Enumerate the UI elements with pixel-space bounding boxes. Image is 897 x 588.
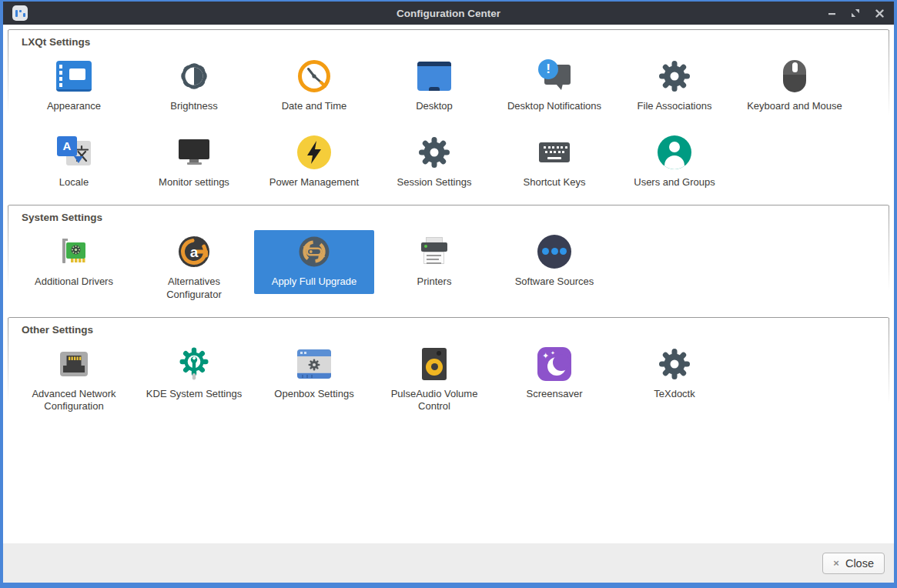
section-lxqt-settings: LXQt Settings Appearance (8, 29, 889, 204)
item-session-settings[interactable]: Session Settings (374, 131, 494, 195)
item-power-management[interactable]: Power Management (254, 131, 374, 195)
item-texdoctk[interactable]: TeXdoctk (614, 342, 735, 406)
pci-card-icon (55, 233, 92, 270)
item-desktop-notifications[interactable]: ! Desktop Notifications (494, 55, 614, 119)
item-users-and-groups[interactable]: Users and Groups (614, 131, 735, 195)
alternatives-icon: a (176, 233, 213, 270)
translate-icon: A (55, 134, 92, 171)
gear-wrench-icon (176, 346, 213, 383)
item-screensaver[interactable]: ✦ ✦ Screensaver (494, 342, 614, 406)
item-pulseaudio-volume-control[interactable]: PulseAudio Volume Control (374, 342, 494, 419)
item-label: PulseAudio Volume Control (384, 388, 484, 414)
item-label: Shortcut Keys (524, 176, 586, 189)
item-grid: Appearance Brightness (14, 55, 883, 195)
item-software-sources[interactable]: Software Sources (494, 230, 614, 294)
upgrade-arrows-icon (296, 233, 333, 270)
item-label: Monitor settings (159, 176, 229, 189)
item-printers[interactable]: Printers (374, 230, 494, 294)
item-openbox-settings[interactable]: Openbox Settings (254, 342, 374, 406)
gear-icon (656, 58, 693, 95)
notification-bubble-icon: ! (536, 58, 573, 95)
configuration-center-window: Configuration Center LXQt Settings (0, 0, 897, 588)
item-label: Additional Drivers (35, 276, 113, 289)
printer-icon (416, 233, 453, 270)
ethernet-port-icon (55, 346, 92, 383)
mouse-icon (776, 58, 813, 95)
item-additional-drivers[interactable]: Additional Drivers (14, 230, 134, 294)
restore-icon (851, 8, 860, 18)
item-label: Brightness (170, 100, 217, 113)
desktop-icon (416, 58, 453, 95)
item-label: Power Management (269, 176, 359, 189)
clock-icon (296, 58, 333, 95)
item-label: Screensaver (527, 388, 583, 401)
footer-bar: × Close (3, 543, 894, 583)
software-sources-icon (536, 233, 573, 270)
section-title: System Settings (22, 212, 883, 223)
item-desktop[interactable]: Desktop (374, 55, 494, 119)
item-label: Apply Full Upgrade (272, 276, 357, 289)
svg-text:a: a (190, 243, 199, 259)
item-keyboard-and-mouse[interactable]: Keyboard and Mouse (735, 55, 855, 119)
lxqt-config-icon (12, 5, 28, 21)
minimize-button[interactable] (826, 8, 837, 18)
item-label: Openbox Settings (274, 388, 353, 401)
item-label: TeXdoctk (654, 388, 695, 401)
item-date-and-time[interactable]: Date and Time (254, 55, 374, 119)
restore-button[interactable] (850, 8, 861, 18)
moon-sparkles-icon: ✦ ✦ (536, 346, 573, 383)
content-area: LXQt Settings Appearance (3, 25, 894, 543)
item-label: Alternatives Configurator (144, 276, 244, 302)
minimize-icon (828, 9, 836, 18)
gear-icon (656, 346, 693, 383)
item-monitor-settings[interactable]: Monitor settings (134, 131, 254, 195)
lightning-bolt-icon (296, 134, 333, 171)
speaker-icon (416, 346, 453, 383)
section-other-settings: Other Settings (8, 317, 889, 543)
gear-icon (416, 134, 453, 171)
item-kde-system-settings[interactable]: KDE System Settings (134, 342, 254, 406)
window-title: Configuration Center (3, 8, 894, 19)
item-label: Date and Time (282, 100, 347, 113)
item-label: Printers (417, 276, 452, 289)
item-file-associations[interactable]: File Associations (614, 55, 735, 119)
window-controls (826, 8, 885, 18)
item-shortcut-keys[interactable]: Shortcut Keys (494, 131, 614, 195)
window-gear-icon (296, 346, 333, 383)
section-title: Other Settings (22, 324, 883, 336)
item-label: Software Sources (515, 276, 594, 289)
section-title: LXQt Settings (22, 36, 883, 48)
item-label: Appearance (47, 100, 101, 113)
close-button-label: Close (845, 557, 874, 570)
section-system-settings: System Settings (8, 205, 889, 316)
item-label: Desktop Notifications (507, 100, 601, 113)
item-alternatives-configurator[interactable]: a Alternatives Configurator (134, 230, 254, 307)
close-icon (875, 9, 884, 18)
item-label: Desktop (416, 100, 453, 113)
item-label: File Associations (638, 100, 712, 113)
titlebar: Configuration Center (3, 2, 894, 25)
close-x-icon: × (833, 557, 839, 569)
item-brightness[interactable]: Brightness (134, 55, 254, 119)
brightness-icon (176, 58, 213, 95)
close-button[interactable]: × Close (822, 553, 885, 574)
item-label: Session Settings (397, 176, 472, 189)
appearance-icon (55, 58, 92, 95)
item-advanced-network-configuration[interactable]: Advanced Network Configuration (14, 342, 134, 419)
keyboard-icon (536, 134, 573, 171)
item-appearance[interactable]: Appearance (14, 55, 134, 119)
item-locale[interactable]: A Locale (14, 131, 134, 195)
item-grid: Advanced Network Configuration (14, 342, 883, 419)
item-label: KDE System Settings (146, 388, 242, 401)
user-circle-icon (656, 134, 693, 171)
item-apply-full-upgrade[interactable]: Apply Full Upgrade (254, 230, 374, 294)
item-label: Users and Groups (634, 176, 715, 189)
item-label: Locale (59, 176, 89, 189)
item-label: Advanced Network Configuration (24, 388, 124, 414)
item-grid: Additional Drivers a Alternatives Config… (14, 230, 883, 307)
close-window-button[interactable] (874, 8, 885, 18)
monitor-icon (176, 134, 213, 171)
item-label: Keyboard and Mouse (747, 100, 842, 113)
